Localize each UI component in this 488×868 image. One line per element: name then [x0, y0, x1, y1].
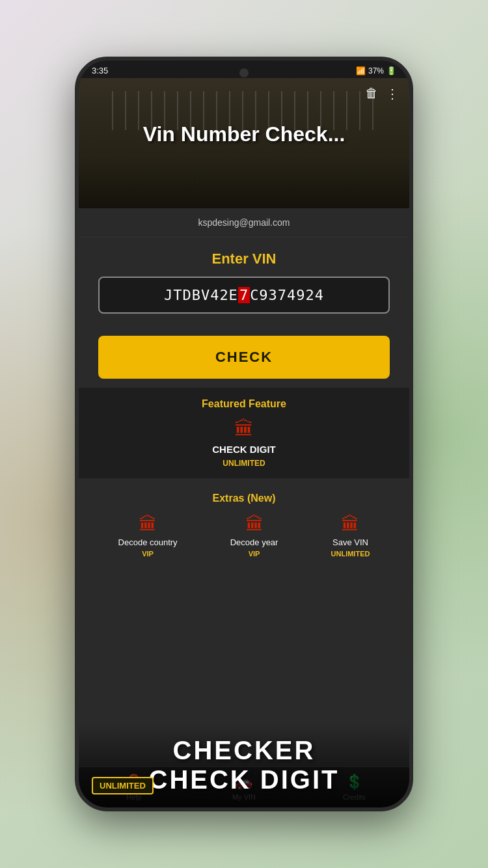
vin-prefix: JTDBV42E [164, 287, 238, 303]
header-image-area: 🗑 ⋮ Vin Number Check... [79, 78, 409, 208]
header-content: 🗑 ⋮ Vin Number Check... [79, 78, 409, 208]
my-vin-icon: 🚗 [235, 774, 252, 791]
credits-icon: 💲 [346, 774, 363, 791]
status-time: 3:35 [92, 66, 108, 75]
featured-icon: 🏛 [234, 418, 254, 440]
delete-button[interactable]: 🗑 [365, 86, 378, 102]
status-icons: 📶 37% 🔋 [356, 66, 396, 75]
decode-country-name: Decode country [118, 537, 178, 547]
signal-icon: 📶 [356, 66, 366, 75]
vin-text-display: JTDBV42E7C9374924 [164, 287, 324, 303]
featured-badge: UNLIMITED [223, 459, 265, 468]
extra-decode-country[interactable]: 🏛 Decode country VIP [118, 513, 178, 558]
save-vin-icon: 🏛 [341, 513, 359, 535]
unlimited-badge: UNLIMITED [92, 777, 154, 794]
nav-my-vin[interactable]: 🚗 My VIN [189, 774, 299, 801]
header-buttons: 🗑 ⋮ [79, 78, 409, 109]
app-title: Vin Number Check... [79, 109, 409, 153]
featured-name: CHECK DIGIT [212, 444, 276, 455]
decode-year-icon: 🏛 [245, 513, 264, 535]
vin-suffix: C9374924 [250, 287, 324, 303]
vin-section: Enter VIN JTDBV42E7C9374924 [79, 237, 409, 327]
decode-country-icon: 🏛 [139, 513, 157, 535]
save-vin-badge: UNLIMITED [331, 550, 370, 558]
decode-country-badge: VIP [142, 550, 154, 558]
user-email: kspdesing@gmail.com [79, 208, 409, 237]
featured-item: 🏛 CHECK DIGIT UNLIMITED [92, 418, 396, 468]
save-vin-name: Save VIN [332, 537, 368, 547]
battery-icon: 🔋 [386, 66, 396, 75]
vin-label: Enter VIN [98, 251, 390, 267]
featured-section: Featured Feature 🏛 CHECK DIGIT UNLIMITED [79, 388, 409, 478]
phone-wrapper: 3:35 📶 37% 🔋 🗑 ⋮ Vin Number Check... [75, 57, 413, 811]
decode-year-badge: VIP [249, 550, 260, 558]
check-button[interactable]: CHECK [98, 336, 390, 379]
decode-year-name: Decode year [230, 537, 278, 547]
battery-text: 37% [368, 66, 384, 75]
extras-grid: 🏛 Decode country VIP 🏛 Decode year VIP 🏛… [92, 513, 396, 558]
phone-screen: 3:35 📶 37% 🔋 🗑 ⋮ Vin Number Check... [79, 61, 409, 807]
nav-credits[interactable]: 💲 Credits [299, 774, 409, 801]
extra-save-vin[interactable]: 🏛 Save VIN UNLIMITED [331, 513, 370, 558]
more-options-button[interactable]: ⋮ [386, 86, 399, 102]
phone-container: 3:35 📶 37% 🔋 🗑 ⋮ Vin Number Check... [75, 57, 413, 811]
extras-title: Extras (New) [92, 493, 396, 504]
vin-input[interactable]: JTDBV42E7C9374924 [98, 277, 390, 314]
extra-decode-year[interactable]: 🏛 Decode year VIP [230, 513, 278, 558]
extras-section: Extras (New) 🏛 Decode country VIP 🏛 Deco… [79, 483, 409, 766]
content-area: kspdesing@gmail.com Enter VIN JTDBV42E7C… [79, 208, 409, 807]
credits-label: Credits [343, 793, 366, 801]
camera-notch [239, 68, 249, 77]
featured-title: Featured Feature [92, 398, 396, 410]
vin-highlight-char: 7 [238, 287, 250, 303]
my-vin-label: My VIN [232, 793, 256, 801]
